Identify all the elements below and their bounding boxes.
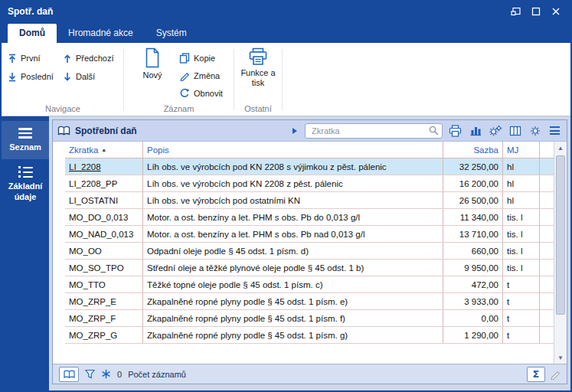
auto-count-button[interactable] bbox=[101, 369, 111, 379]
cell-popis: Motor. a ost. benzíny a let. PHM s obs. … bbox=[143, 209, 443, 225]
new-label: Nový bbox=[142, 70, 162, 80]
last-button[interactable]: Poslední bbox=[8, 69, 54, 84]
cell-zkratka: LI_OSTATNI bbox=[65, 192, 143, 208]
book-toggle-button[interactable] bbox=[59, 367, 79, 382]
cell-mj: t bbox=[503, 276, 540, 292]
cell-mj: t bbox=[503, 327, 540, 343]
refresh-button[interactable]: Obnovit bbox=[179, 86, 223, 101]
table-row[interactable]: MO_SO_TPOStřední oleje a těžké plynové o… bbox=[65, 260, 554, 276]
cell-popis: Líh obs. ve výrobcích pod KN 2208 z pěst… bbox=[143, 175, 443, 191]
cell-zkratka: LI_2208 bbox=[65, 158, 143, 175]
panel-toolbar bbox=[290, 123, 562, 139]
ribbon-group-label: Navigace bbox=[3, 104, 123, 113]
maximize-button[interactable] bbox=[528, 5, 544, 18]
tab-hromadne-akce[interactable]: Hromadné akce bbox=[57, 24, 145, 43]
ribbon-group-label: Ostatní bbox=[234, 104, 282, 113]
column-header-zkratka[interactable]: Zkratka ▲ bbox=[65, 142, 143, 158]
detail-list-icon bbox=[18, 166, 33, 178]
statusbar-right: Σ bbox=[527, 367, 561, 382]
cell-zkratka: MO_ZRP_F bbox=[65, 310, 143, 326]
new-document-icon bbox=[144, 47, 161, 68]
table-row[interactable]: MO_ZRP_GZkapalněné ropné plyny podle § 4… bbox=[65, 327, 554, 344]
cell-mj: tis. l bbox=[503, 226, 540, 242]
filter-icon bbox=[85, 369, 95, 379]
cell-zkratka: MO_SO_TPO bbox=[65, 260, 143, 276]
sort-asc-icon: ▲ bbox=[101, 147, 106, 152]
column-header-mj[interactable]: MJ bbox=[503, 142, 540, 158]
edit-record-icon[interactable] bbox=[550, 369, 561, 380]
cell-sazba: 1 290,00 bbox=[443, 327, 503, 343]
cell-mj: tis. l bbox=[503, 260, 540, 276]
ribbon-group-ostatni: Funkce a tisk Ostatní bbox=[234, 43, 282, 116]
filter-button[interactable] bbox=[85, 369, 95, 379]
agenda-menu-button[interactable] bbox=[290, 127, 299, 135]
cell-sazba: 0,00 bbox=[443, 310, 503, 326]
cell-popis: Líh obs. ve výrobcích pod KN 2208 s výji… bbox=[143, 158, 443, 175]
cell-filler bbox=[540, 293, 554, 309]
search-box bbox=[305, 123, 443, 139]
book-small-icon bbox=[64, 370, 75, 379]
cell-mj: hl bbox=[503, 175, 540, 191]
next-icon bbox=[63, 72, 72, 82]
column-header-popis[interactable]: Popis bbox=[143, 142, 443, 158]
copy-label: Kopie bbox=[194, 54, 215, 63]
functions-print-button[interactable]: Funkce a tisk bbox=[237, 47, 279, 88]
functions-print-label: Funkce a tisk bbox=[237, 68, 279, 88]
column-header-sazba[interactable]: Sazba bbox=[443, 142, 503, 158]
next-button[interactable]: Další bbox=[63, 69, 95, 84]
table-body: LI_2208Líh obs. ve výrobcích pod KN 2208… bbox=[65, 158, 554, 344]
table-row[interactable]: MO_OOOdpadní oleje podle § 45 odst. 1 pí… bbox=[65, 243, 554, 260]
scroll-up-button[interactable]: ▲ bbox=[554, 142, 567, 154]
cell-mj: hl bbox=[503, 192, 540, 208]
prev-label: Předchozí bbox=[76, 54, 114, 63]
new-button[interactable]: Nový bbox=[135, 47, 170, 80]
scroll-down-button[interactable]: ▼ bbox=[554, 351, 567, 364]
cell-sazba: 26 500,00 bbox=[443, 192, 503, 208]
ribbon-group-zaznam: Nový Kopie Změna Obnovit Záznam bbox=[124, 43, 234, 116]
menu-icon[interactable] bbox=[547, 124, 562, 138]
columns-icon[interactable] bbox=[508, 124, 522, 138]
scroll-thumb[interactable] bbox=[556, 155, 565, 315]
prev-icon bbox=[63, 54, 72, 64]
first-label: První bbox=[21, 54, 41, 63]
sum-button[interactable]: Σ bbox=[527, 367, 545, 382]
cell-popis: Těžké topné oleje podle § 45 odst. 1 pís… bbox=[143, 276, 443, 292]
refresh-icon bbox=[179, 88, 190, 99]
table-row[interactable]: MO_NAD_0,013Motor. a ost. benzíny a let.… bbox=[65, 226, 554, 243]
sidebar-item-zakladni-udaje[interactable]: Základní údaje bbox=[2, 159, 49, 210]
last-label: Poslední bbox=[21, 72, 54, 81]
tab-domu[interactable]: Domů bbox=[8, 24, 57, 43]
cell-zkratka: LI_2208_PP bbox=[65, 175, 143, 191]
copy-button[interactable]: Kopie bbox=[179, 51, 215, 66]
gears-icon[interactable] bbox=[488, 124, 502, 138]
chart-icon[interactable] bbox=[468, 124, 482, 138]
search-input[interactable] bbox=[310, 126, 429, 136]
cell-zkratka: MO_ZRP_G bbox=[65, 327, 143, 343]
cell-sazba: 32 250,00 bbox=[443, 158, 503, 175]
column-header-label: Zkratka bbox=[69, 145, 98, 155]
cell-zkratka: MO_DO_0,013 bbox=[65, 209, 143, 225]
cell-sazba: 472,00 bbox=[443, 276, 503, 292]
tab-system[interactable]: Systém bbox=[145, 24, 198, 43]
table-row[interactable]: MO_DO_0,013Motor. a ost. benzíny a let. … bbox=[65, 209, 554, 226]
ribbon-group-divider bbox=[282, 49, 283, 110]
table-row[interactable]: MO_TTOTěžké topné oleje podle § 45 odst.… bbox=[65, 276, 554, 293]
asterisk-icon bbox=[101, 369, 111, 379]
table-row[interactable]: LI_2208_PPLíh obs. ve výrobcích pod KN 2… bbox=[65, 175, 554, 192]
cell-zkratka: MO_TTO bbox=[65, 276, 143, 292]
sidebar-item-seznam[interactable]: Seznam bbox=[2, 121, 49, 159]
dock-button[interactable] bbox=[508, 5, 525, 18]
vertical-scrollbar[interactable]: ▲ ▼ bbox=[554, 142, 567, 364]
table-row[interactable]: LI_OSTATNILíh obs. ve výrobcích pod osta… bbox=[65, 192, 554, 209]
edit-button[interactable]: Změna bbox=[179, 68, 220, 83]
cell-mj: t bbox=[503, 310, 540, 326]
close-button[interactable] bbox=[547, 5, 564, 18]
gear-icon[interactable] bbox=[528, 124, 542, 138]
prev-button[interactable]: Předchozí bbox=[63, 51, 114, 66]
table-row[interactable]: MO_ZRP_EZkapalněné ropné plyny podle § 4… bbox=[65, 293, 554, 310]
main-panel: Spotřební daň Zkratka bbox=[52, 119, 567, 384]
print-icon[interactable] bbox=[448, 124, 463, 138]
table-row[interactable]: MO_ZRP_FZkapalněné ropné plyny podle § 4… bbox=[65, 310, 554, 327]
first-button[interactable]: První bbox=[8, 51, 41, 66]
table-row[interactable]: LI_2208Líh obs. ve výrobcích pod KN 2208… bbox=[65, 158, 554, 175]
